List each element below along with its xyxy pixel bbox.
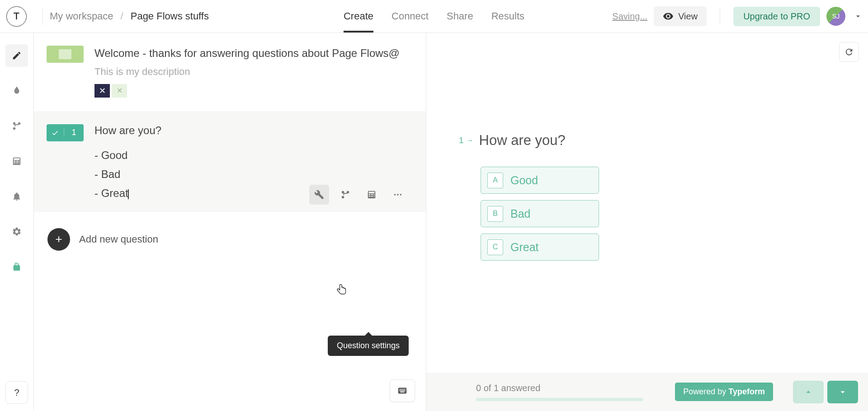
gear-icon [12,227,22,237]
unlock-icon [12,262,22,272]
view-button[interactable]: View [654,6,707,26]
question-more-button[interactable] [388,185,408,205]
calculator-icon [367,190,377,200]
add-button[interactable]: + [47,228,70,251]
svg-point-0 [394,194,396,196]
keyboard-icon [396,386,409,396]
branch-icon [340,190,350,200]
svg-point-2 [400,194,402,196]
nav-up-button[interactable] [793,381,824,403]
sidebar-edit[interactable] [5,44,28,67]
tab-connect[interactable]: Connect [392,0,429,32]
welcome-title[interactable]: Welcome - thanks for answering questions… [94,46,400,61]
question-settings-button[interactable] [309,185,329,205]
sidebar-access[interactable] [5,256,28,278]
tab-create[interactable]: Create [344,0,373,32]
refresh-icon [844,47,854,57]
question-number: 1 [64,128,84,137]
check-icon [47,124,64,141]
progress-bar [476,398,643,401]
avatar[interactable]: SJ [826,7,845,26]
preview-option[interactable]: B Bad [481,200,599,227]
progress-text: 0 of 1 answered [476,383,643,393]
sidebar-logic[interactable] [5,115,28,137]
divider [720,7,720,25]
nav-down-button[interactable] [827,381,858,403]
image-thumb[interactable]: ✕ [94,84,110,98]
sidebar-notifications[interactable] [5,185,28,208]
chevron-up-icon [803,387,813,397]
workspace-link[interactable]: My workspace [50,10,113,22]
more-icon [393,190,403,200]
calculator-icon [12,156,22,166]
bell-icon [12,191,22,201]
option-key: A [487,173,503,188]
saving-status: Saving... [612,11,647,22]
option-key: B [487,206,503,222]
droplet-icon [12,86,22,96]
welcome-badge-icon [47,46,84,63]
refresh-preview-button[interactable] [839,42,859,62]
app-logo[interactable]: T [6,6,27,27]
option-key: C [487,239,503,255]
sidebar-settings[interactable] [5,220,28,243]
question-badge: 1 [47,124,84,141]
option-label: Great [510,241,539,254]
divider [42,7,43,25]
preview-question-title: How are you? [479,132,566,149]
tab-share[interactable]: Share [447,0,473,32]
branch-icon [12,121,22,131]
add-question-row[interactable]: + Add new question [34,212,426,267]
wrench-icon [314,190,324,200]
upgrade-button[interactable]: Upgrade to PRO [733,7,820,26]
eye-icon [663,11,674,22]
welcome-screen-block[interactable]: Welcome - thanks for answering questions… [34,33,426,111]
keyboard-shortcuts-button[interactable] [390,379,415,402]
add-question-label: Add new question [79,234,158,245]
question-logic-button[interactable] [335,185,355,205]
question-title[interactable]: How are you? [94,124,412,137]
question-calc-button[interactable] [362,185,382,205]
option-label: Good [510,174,538,187]
image-thumb-remove[interactable]: ✕ [112,84,127,98]
svg-point-1 [397,194,399,196]
breadcrumb: My workspace / Page Flows stuffs [50,10,209,22]
preview-question-number: 1→ [459,135,474,145]
sidebar-design[interactable] [5,79,28,102]
pencil-icon [12,51,22,61]
chevron-down-icon [838,387,848,397]
option-label: Bad [510,207,530,220]
breadcrumb-separator: / [121,10,123,22]
arrow-right-icon: → [467,136,474,145]
project-name[interactable]: Page Flows stuffs [131,10,209,22]
tab-results[interactable]: Results [491,0,524,32]
preview-option[interactable]: C Great [481,234,599,261]
sidebar-calculate[interactable] [5,150,28,173]
powered-by-badge[interactable]: Powered by Typeform [675,383,773,401]
help-button[interactable]: ? [5,381,28,404]
preview-option[interactable]: A Good [481,167,599,194]
view-label: View [678,11,698,22]
welcome-description[interactable]: This is my description [94,66,400,78]
tooltip: Question settings [328,336,409,356]
question-block[interactable]: 1 How are you? - Good - Bad - Great [34,111,426,212]
chevron-down-icon[interactable] [854,12,863,21]
